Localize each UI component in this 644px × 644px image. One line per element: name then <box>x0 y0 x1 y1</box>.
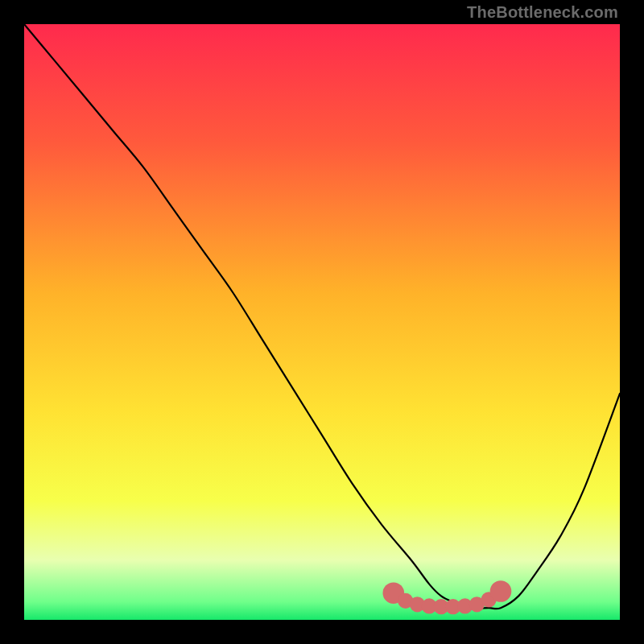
chart-svg <box>24 24 620 620</box>
gradient-background <box>24 24 620 620</box>
plot-area <box>24 24 620 620</box>
watermark-text: TheBottleneck.com <box>467 3 618 22</box>
highlight-marker <box>490 580 512 602</box>
chart-container: TheBottleneck.com <box>0 0 644 644</box>
